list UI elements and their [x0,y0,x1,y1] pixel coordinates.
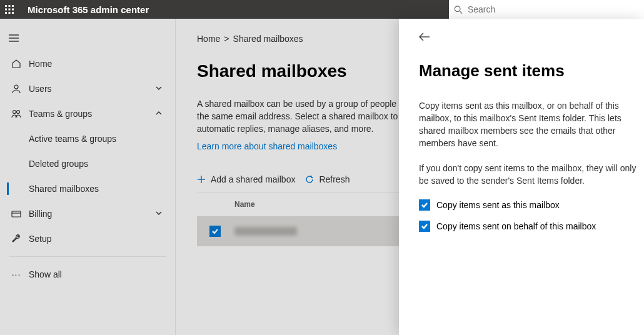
sidebar-item-billing[interactable]: Billing [0,201,175,226]
copy-sent-on-behalf-checkbox-row[interactable]: Copy items sent on behalf of this mailbo… [419,221,644,232]
svg-rect-4 [9,9,11,11]
row-checkbox[interactable] [209,226,221,237]
panel-description-2: If you don't copy sent items to the mail… [419,162,644,187]
svg-point-15 [13,111,16,114]
billing-icon [11,209,21,219]
check-icon [421,201,428,209]
sidebar-item-home[interactable]: Home [0,51,175,76]
sidebar-item-shared-mailboxes[interactable]: Shared mailboxes [0,176,175,201]
column-name: Name [234,200,255,209]
hamburger-icon[interactable] [0,28,28,49]
svg-point-14 [14,85,18,89]
refresh-icon [305,175,314,184]
manage-sent-items-panel: Manage sent items Copy items sent as thi… [399,19,644,335]
sidebar-divider [9,256,166,257]
wrench-icon [11,234,21,244]
sidebar-item-label: Setup [29,234,52,244]
search-icon [454,5,463,14]
chevron-up-icon [155,109,163,119]
svg-rect-7 [9,12,11,14]
arrow-left-icon [419,32,430,41]
sidebar-item-label: Billing [29,209,52,219]
svg-rect-3 [5,9,7,11]
chevron-down-icon [155,209,163,219]
svg-rect-8 [12,12,14,14]
check-icon [421,222,428,230]
svg-point-9 [455,6,460,11]
brand-title: Microsoft 365 admin center [28,4,149,15]
sidebar-item-label: Active teams & groups [29,134,116,144]
sidebar-item-setup[interactable]: Setup [0,226,175,251]
sidebar-item-active-teams[interactable]: Active teams & groups [0,126,175,151]
sidebar-item-label: Show all [29,269,62,279]
sidebar-item-deleted-groups[interactable]: Deleted groups [0,151,175,176]
sidebar-item-label: Home [29,59,52,69]
mailbox-name-redacted [234,227,297,236]
sidebar-item-label: Shared mailboxes [29,184,99,194]
copy-sent-as-checkbox-row[interactable]: Copy items sent as this mailbox [419,199,644,211]
breadcrumb-current[interactable]: Shared mailboxes [233,34,303,44]
header: Microsoft 365 admin center [0,0,644,19]
search-input[interactable] [468,4,639,14]
svg-rect-2 [12,5,14,7]
refresh-button[interactable]: Refresh [305,174,350,184]
home-icon [11,59,21,69]
panel-title: Manage sent items [419,61,644,81]
toolbar-label: Refresh [319,174,350,184]
more-icon: ··· [11,269,21,279]
sidebar-item-users[interactable]: Users [0,76,175,101]
search-box[interactable] [449,0,644,19]
checkbox[interactable] [419,199,430,211]
group-icon [11,109,21,119]
chevron-down-icon [155,84,163,94]
sidebar-item-teams-groups[interactable]: Teams & groups [0,101,175,126]
sidebar-item-label: Users [29,84,52,94]
sidebar-item-show-all[interactable]: ··· Show all [0,262,175,287]
check-icon [211,228,219,235]
sidebar: Home Users Teams & groups Active teams &… [0,19,176,335]
svg-rect-17 [12,211,21,217]
sidebar-item-label: Teams & groups [29,109,92,119]
app-launcher-icon[interactable] [0,0,19,19]
learn-more-link[interactable]: Learn more about shared mailboxes [197,141,337,151]
add-shared-mailbox-button[interactable]: Add a shared mailbox [197,174,295,184]
checkbox-label: Copy items sent as this mailbox [436,200,560,210]
checkbox-label: Copy items sent on behalf of this mailbo… [436,221,596,231]
svg-line-10 [460,11,462,13]
svg-rect-0 [5,5,7,7]
plus-icon [197,175,206,184]
toolbar-label: Add a shared mailbox [211,174,295,184]
breadcrumb-home[interactable]: Home [197,34,220,44]
sidebar-item-label: Deleted groups [29,159,88,169]
svg-rect-5 [12,9,14,11]
svg-point-16 [17,111,20,114]
svg-rect-1 [9,5,11,7]
svg-rect-6 [5,12,7,14]
user-icon [11,84,21,94]
checkbox[interactable] [419,221,430,232]
panel-description-1: Copy items sent as this mailbox, or on b… [419,99,644,149]
back-button[interactable] [419,32,431,45]
